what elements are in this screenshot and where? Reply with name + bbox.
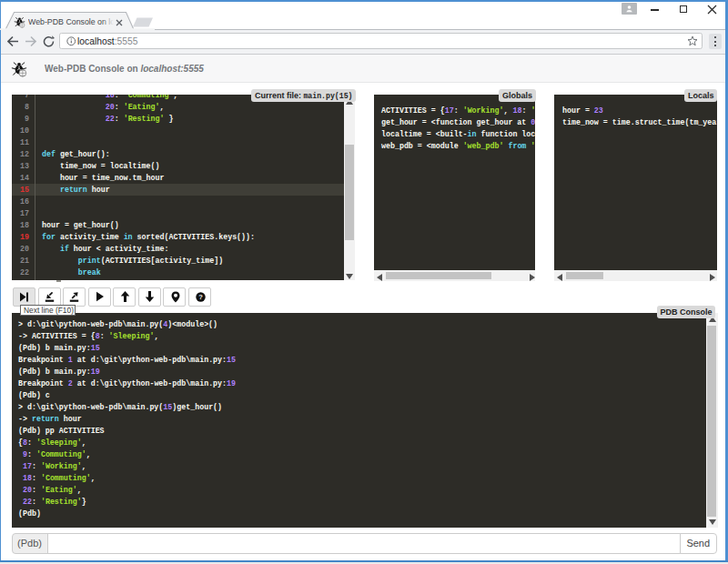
svg-text:?: ? <box>198 293 203 301</box>
